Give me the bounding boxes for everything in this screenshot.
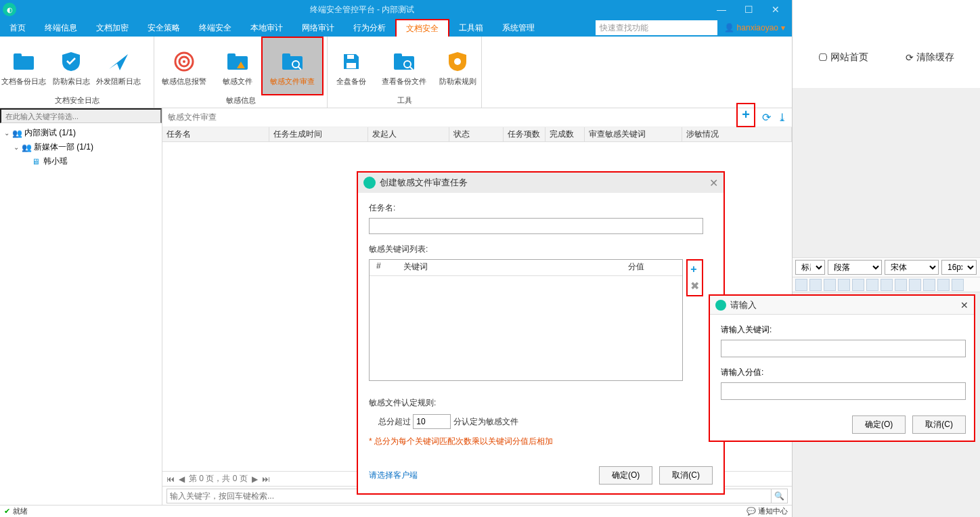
ribbon-full-backup[interactable]: 全盘备份 <box>328 37 375 95</box>
pager-next[interactable]: ▶ <box>252 474 258 484</box>
menu-terminal-info[interactable]: 终端信息 <box>35 19 87 37</box>
toolbar-icon[interactable] <box>881 279 893 291</box>
side-website-home[interactable]: 🖵网站首页 <box>818 34 868 81</box>
send-icon <box>106 49 131 74</box>
side-select-paragraph[interactable]: 段落 <box>828 260 882 275</box>
ribbon-ransomware-rules[interactable]: 防勒索规则 <box>434 37 481 95</box>
side-select-title[interactable]: 标题 <box>795 260 825 275</box>
toolbar-icon[interactable] <box>923 279 935 291</box>
tree-node-user[interactable]: 🖥 韩小瑶 <box>3 154 159 168</box>
minimize-button[interactable]: — <box>708 1 735 18</box>
check-icon: ✔ <box>4 507 10 515</box>
dialog-close-button[interactable]: ✕ <box>709 177 718 189</box>
toolbar-icon[interactable] <box>909 279 921 291</box>
remove-keyword-button[interactable]: ✖ <box>690 279 699 292</box>
svg-point-4 <box>183 60 185 63</box>
users-icon: 👥 <box>11 129 23 138</box>
refresh-icon: ⟳ <box>906 52 914 63</box>
menu-security-policy[interactable]: 安全策略 <box>138 19 190 37</box>
side-select-font[interactable]: 宋体 <box>885 260 939 275</box>
input-dialog: 请输入 ✕ 请输入关键词: 请输入分值: 确定(O) 取消(C) <box>709 294 975 442</box>
rule-label: 敏感文件认定规则: <box>369 397 713 409</box>
input-score-label: 请输入分值: <box>721 367 963 378</box>
folder-view-icon <box>392 49 416 74</box>
function-search-input[interactable]: 快速查找功能 <box>596 20 717 35</box>
ribbon-sensitive-files[interactable]: 敏感文件 <box>214 37 261 95</box>
dialog-logo-icon <box>715 300 726 311</box>
close-button[interactable]: ✕ <box>762 1 789 18</box>
ribbon-outgoing-block-log[interactable]: 外发阻断日志 <box>95 37 142 95</box>
user-icon: 👤 <box>724 23 734 32</box>
side-select-size[interactable]: 16px <box>941 260 977 275</box>
add-task-button[interactable]: + <box>742 107 750 122</box>
dialog-ok-button[interactable]: 确定(O) <box>599 466 652 485</box>
pager-first[interactable]: ⏮ <box>166 474 175 484</box>
toolbar-icon[interactable] <box>852 279 864 291</box>
notification-center[interactable]: 💬 通知中心 <box>747 506 788 516</box>
ribbon-sensitive-alert[interactable]: 敏感信息报警 <box>154 37 214 95</box>
menu-behavior-analysis[interactable]: 行为分析 <box>344 19 395 37</box>
input-cancel-button[interactable]: 取消(C) <box>912 415 966 434</box>
toolbar-icon[interactable] <box>866 279 878 291</box>
keyword-table: # 关键词 分值 <box>369 259 683 381</box>
ribbon-ransomware-log[interactable]: 防勒索日志 <box>47 37 95 95</box>
svg-rect-12 <box>347 55 354 59</box>
toolbar-icon[interactable] <box>895 279 907 291</box>
score-threshold-input[interactable] <box>413 414 451 429</box>
svg-rect-6 <box>227 53 236 59</box>
create-task-dialog: 创建敏感文件审查任务 ✕ 任务名: 敏感关键词列表: # 关键词 分值 + ✖ … <box>357 171 725 495</box>
menu-doc-encrypt[interactable]: 文档加密 <box>87 19 138 37</box>
menu-network-audit[interactable]: 网络审计 <box>292 19 344 37</box>
input-keyword-label: 请输入关键词: <box>721 324 963 336</box>
maximize-button[interactable]: ☐ <box>735 1 762 18</box>
menu-doc-security[interactable]: 文档安全 <box>395 19 449 37</box>
pager-prev[interactable]: ◀ <box>179 474 185 484</box>
input-keyword-field[interactable] <box>721 340 966 357</box>
folder-icon <box>12 49 36 74</box>
toolbar-icon[interactable] <box>838 279 850 291</box>
menu-toolbox[interactable]: 工具箱 <box>449 19 493 37</box>
ribbon-sensitive-review[interactable]: 敏感文件审查 <box>261 37 324 95</box>
ribbon-group-label: 文档安全日志 <box>0 95 154 108</box>
refresh-button[interactable]: ⟳ <box>762 111 771 124</box>
dialog-title: 创建敏感文件审查任务 <box>380 177 468 189</box>
svg-rect-8 <box>282 53 290 59</box>
user-menu[interactable]: 👤 hanxiaoyao ▾ <box>717 23 792 32</box>
add-keyword-button[interactable]: + <box>690 263 699 275</box>
tree-node-dept[interactable]: ⌄ 👥 新媒体一部 (1/1) <box>3 140 159 154</box>
tree-filter-input[interactable] <box>0 108 162 123</box>
dialog-cancel-button[interactable]: 取消(C) <box>659 466 713 485</box>
input-score-field[interactable] <box>721 382 966 400</box>
menu-system-mgmt[interactable]: 系统管理 <box>493 19 544 37</box>
menu-home[interactable]: 首页 <box>0 19 35 37</box>
menu-local-audit[interactable]: 本地审计 <box>241 19 292 37</box>
svg-rect-11 <box>347 63 356 68</box>
ribbon-view-backup[interactable]: 查看备份文件 <box>375 37 435 95</box>
status-ready: 就绪 <box>13 507 28 515</box>
svg-rect-14 <box>394 53 402 59</box>
dialog-close-button[interactable]: ✕ <box>960 300 968 311</box>
tree-node-root[interactable]: ⌄ 👥 内部测试 (1/1) <box>3 126 159 140</box>
toolbar-icon[interactable] <box>937 279 950 291</box>
svg-rect-1 <box>14 53 22 59</box>
side-clear-cache[interactable]: ⟳清除缓存 <box>906 34 954 81</box>
toolbar-icon[interactable] <box>952 279 964 291</box>
toolbar-icon[interactable] <box>809 279 822 291</box>
shield-icon <box>59 49 83 74</box>
ribbon-group-label: 敏感信息 <box>154 95 327 108</box>
folder-search-icon <box>280 49 305 74</box>
table-header: 任务名 任务生成时间 发起人 状态 任务项数 完成数 审查敏感关键词 涉敏情况 <box>162 127 792 142</box>
toolbar-icon[interactable] <box>824 279 836 291</box>
toolbar-icon[interactable] <box>795 279 807 291</box>
input-ok-button[interactable]: 确定(O) <box>852 415 906 434</box>
keyword-list-label: 敏感关键词列表: <box>369 244 713 255</box>
ribbon-doc-backup-log[interactable]: 文档备份日志 <box>0 37 47 95</box>
menu-terminal-security[interactable]: 终端安全 <box>190 19 241 37</box>
pager-text: 第 0 页，共 0 页 <box>189 473 248 485</box>
select-client-link[interactable]: 请选择客户端 <box>369 470 418 481</box>
taskname-input[interactable] <box>369 218 703 234</box>
export-button[interactable]: ⤓ <box>778 111 786 124</box>
pager-last[interactable]: ⏭ <box>262 474 270 484</box>
dialog-title: 请输入 <box>730 299 757 311</box>
search-button[interactable]: 🔍 <box>772 489 788 503</box>
